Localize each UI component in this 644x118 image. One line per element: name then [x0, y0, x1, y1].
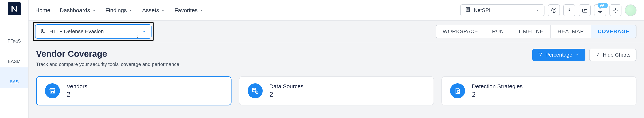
tab-label: RUN [492, 28, 504, 34]
rail-item-ptaas[interactable]: PTaaS [0, 27, 28, 47]
nav-favorites[interactable]: Favorites [174, 7, 204, 13]
download-button[interactable] [563, 4, 575, 16]
org-selector-label: NetSPI [474, 7, 490, 13]
tab-label: TIMELINE [518, 28, 544, 34]
card-title: Data Sources [270, 83, 304, 90]
chevron-down-icon [200, 8, 204, 12]
folder-button[interactable] [579, 4, 591, 16]
nav-label: Findings [106, 7, 127, 13]
notification-badge: 99+ [598, 2, 608, 8]
svg-point-7 [615, 9, 616, 11]
rail-item-bas[interactable]: BAS [0, 67, 28, 88]
building-icon [465, 7, 471, 14]
top-nav-right: NetSPI 99+ [460, 4, 636, 16]
database-icon [248, 83, 263, 98]
chevron-down-icon [142, 29, 146, 33]
percentage-button[interactable]: Percentage [532, 49, 586, 61]
cursor-icon: ⤹ [136, 34, 139, 39]
main-area: Home Dashboards Findings Assets Favorite… [28, 0, 644, 118]
settings-button[interactable] [610, 4, 622, 16]
org-selector[interactable]: NetSPI [460, 4, 544, 16]
module-selector-value: HTLF Defense Evasion [50, 28, 104, 34]
summary-cards: Vendors 2 Data Sources 2 [36, 76, 636, 106]
chevron-down-icon [161, 8, 165, 12]
rail-item-label: EASM [8, 59, 20, 64]
tab-heatmap[interactable]: HEATMAP [551, 25, 591, 38]
document-search-icon [450, 83, 465, 98]
secondary-bar: HTLF Defense Evasion ⤹ WORKSPACE RUN TIM… [28, 21, 644, 42]
card-data-sources[interactable]: Data Sources 2 [239, 76, 434, 106]
tab-timeline[interactable]: TIMELINE [511, 25, 551, 38]
tab-label: HEATMAP [558, 28, 584, 34]
nav-label: Favorites [174, 7, 198, 13]
svg-point-8 [252, 88, 256, 90]
rail-item-label: PTaaS [8, 38, 21, 44]
nav-assets[interactable]: Assets [142, 7, 165, 13]
nav-dashboards[interactable]: Dashboards [60, 7, 96, 13]
card-value: 2 [270, 91, 304, 99]
tab-coverage[interactable]: COVERAGE [591, 25, 636, 38]
chevron-down-icon [128, 8, 133, 12]
collapse-icon [595, 52, 600, 58]
tab-label: COVERAGE [598, 28, 629, 34]
module-selector-highlight: HTLF Defense Evasion ⤹ [33, 22, 154, 41]
page-header: Vendor Coverage Track and compare your s… [36, 49, 636, 67]
button-label: Hide Charts [603, 52, 630, 58]
avatar[interactable] [625, 4, 636, 16]
nav-findings[interactable]: Findings [106, 7, 133, 13]
view-tabs: WORKSPACE RUN TIMELINE HEATMAP COVERAGE [436, 25, 636, 38]
rail-item-label: BAS [10, 79, 18, 85]
tab-workspace[interactable]: WORKSPACE [436, 25, 485, 38]
nav-links: Home Dashboards Findings Assets Favorite… [35, 7, 204, 13]
help-button[interactable] [548, 4, 560, 16]
page-subtitle: Track and compare your security tools' c… [36, 61, 180, 67]
nav-label: Assets [142, 7, 159, 13]
chevron-down-icon [536, 8, 540, 12]
nav-home[interactable]: Home [35, 7, 50, 13]
nav-label: Dashboards [60, 7, 90, 13]
map-icon [40, 28, 46, 35]
page-actions: Percentage Hide Charts [532, 49, 636, 61]
store-icon [45, 83, 60, 98]
card-title: Detection Strategies [472, 83, 522, 90]
hide-charts-button[interactable]: Hide Charts [589, 49, 636, 61]
notifications-button[interactable]: 99+ [594, 4, 606, 16]
filter-icon [538, 52, 543, 58]
tab-label: WORKSPACE [443, 28, 478, 34]
card-vendors[interactable]: Vendors 2 [36, 76, 232, 106]
top-nav: Home Dashboards Findings Assets Favorite… [28, 0, 644, 21]
tab-run[interactable]: RUN [485, 25, 511, 38]
svg-point-6 [554, 11, 554, 12]
brand-logo[interactable] [8, 2, 21, 15]
button-label: Percentage [546, 52, 572, 58]
card-detection-strategies[interactable]: Detection Strategies 2 [442, 76, 636, 106]
card-value: 2 [67, 91, 87, 99]
module-selector[interactable]: HTLF Defense Evasion [35, 24, 152, 39]
chevron-down-icon [575, 52, 580, 58]
page-title: Vendor Coverage [36, 49, 180, 59]
nav-label: Home [35, 7, 50, 13]
rail-item-easm[interactable]: EASM [0, 47, 28, 67]
left-rail: PTaaS EASM BAS [0, 0, 28, 118]
card-title: Vendors [67, 83, 87, 90]
chevron-down-icon [92, 8, 96, 12]
content-area: Vendor Coverage Track and compare your s… [28, 42, 644, 118]
svg-point-10 [457, 91, 460, 93]
card-value: 2 [472, 91, 522, 99]
